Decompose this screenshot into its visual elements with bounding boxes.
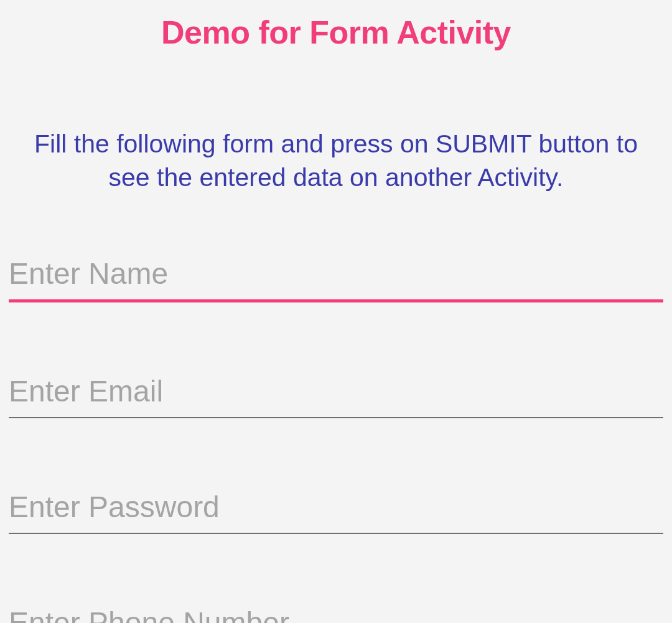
phone-input[interactable] bbox=[9, 606, 663, 623]
password-field-wrapper bbox=[9, 490, 663, 534]
phone-field-wrapper bbox=[9, 606, 663, 623]
form-container bbox=[9, 256, 663, 623]
name-field-wrapper bbox=[9, 256, 663, 302]
email-input[interactable] bbox=[9, 374, 663, 418]
name-input[interactable] bbox=[9, 256, 663, 302]
email-field-wrapper bbox=[9, 374, 663, 418]
password-input[interactable] bbox=[9, 490, 663, 534]
instruction-text: Fill the following form and press on SUB… bbox=[9, 127, 663, 194]
page-title: Demo for Form Activity bbox=[9, 14, 663, 51]
